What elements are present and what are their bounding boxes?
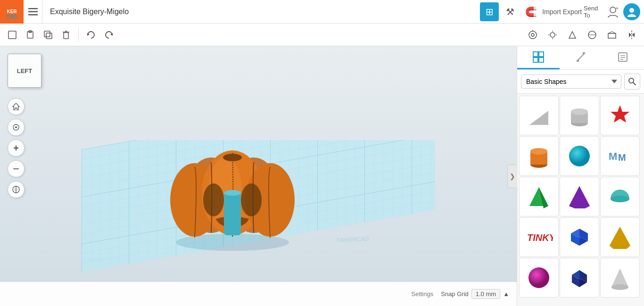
snap-icon[interactable]: ▲ bbox=[503, 290, 509, 298]
shape-sphere-teal[interactable] bbox=[560, 136, 599, 176]
svg-rect-26 bbox=[608, 33, 616, 38]
shapes-row-2 bbox=[519, 177, 642, 216]
redo-btn[interactable] bbox=[100, 26, 117, 43]
mirror-btn[interactable] bbox=[623, 26, 640, 43]
wedge-shape-icon bbox=[525, 101, 553, 130]
zoom-out-btn[interactable]: − bbox=[8, 160, 25, 177]
svg-rect-58 bbox=[619, 53, 627, 61]
home-view-btn[interactable] bbox=[8, 98, 25, 115]
grid-view-btn[interactable]: ⊞ bbox=[480, 2, 499, 21]
home-icon bbox=[12, 102, 20, 111]
shape-cube-blue[interactable] bbox=[560, 217, 599, 257]
shape-wedge[interactable] bbox=[519, 96, 559, 135]
svg-line-63 bbox=[633, 83, 636, 85]
workplane-btn[interactable] bbox=[603, 26, 620, 43]
export-btn[interactable]: Export bbox=[563, 2, 582, 21]
shapes-row-3: TINKY bbox=[519, 217, 642, 257]
svg-point-53 bbox=[223, 154, 242, 161]
toolbar bbox=[0, 24, 644, 46]
group-btn[interactable] bbox=[584, 26, 601, 43]
tab-measure[interactable] bbox=[560, 46, 602, 69]
shape-pyramid-yellow[interactable] bbox=[600, 217, 640, 257]
light-btn[interactable] bbox=[544, 26, 561, 43]
orientation-btn[interactable] bbox=[8, 181, 25, 198]
light-icon bbox=[547, 30, 558, 40]
tab-grid[interactable] bbox=[517, 46, 560, 69]
sphere-teal-icon bbox=[565, 142, 594, 170]
shape-cylinder-gray[interactable] bbox=[560, 96, 599, 135]
collapse-panel-btn[interactable]: ❯ bbox=[507, 165, 517, 188]
camera-btn[interactable] bbox=[524, 26, 541, 43]
svg-point-49 bbox=[203, 183, 224, 216]
redo-icon bbox=[104, 30, 114, 40]
shapes-row-1: M M bbox=[519, 136, 642, 176]
send-to-btn[interactable]: Send To bbox=[584, 2, 603, 21]
tab-notes[interactable] bbox=[602, 46, 644, 69]
svg-point-16 bbox=[529, 31, 537, 39]
add-user-btn[interactable]: + bbox=[604, 3, 621, 20]
svg-rect-6 bbox=[8, 31, 16, 39]
svg-point-68 bbox=[571, 108, 588, 115]
shape-pyramid-purple[interactable] bbox=[560, 177, 599, 216]
menu-icon[interactable] bbox=[24, 0, 42, 24]
svg-point-52 bbox=[224, 190, 241, 196]
shape-sphere-magenta[interactable] bbox=[519, 258, 559, 298]
clipboard-icon bbox=[25, 30, 35, 40]
cone-icon bbox=[606, 264, 634, 292]
settings-label[interactable]: Settings bbox=[411, 290, 433, 298]
user-avatar[interactable] bbox=[623, 3, 640, 20]
svg-marker-87 bbox=[610, 227, 630, 249]
view-cube[interactable]: LEFT bbox=[8, 54, 45, 91]
svg-marker-69 bbox=[611, 105, 629, 123]
viewport[interactable]: LEFT + − bbox=[0, 46, 517, 306]
pyramid-green-icon bbox=[525, 182, 553, 211]
mirror-icon bbox=[627, 30, 637, 40]
align-btn[interactable] bbox=[564, 26, 581, 43]
pumpkin-model[interactable] bbox=[143, 101, 322, 252]
shapes-category-dropdown[interactable]: Basic Shapes Letters Connectors Featured bbox=[521, 74, 621, 89]
shape-cone[interactable] bbox=[600, 258, 640, 298]
svg-point-88 bbox=[528, 267, 549, 288]
search-shapes-btn[interactable] bbox=[624, 74, 640, 90]
topbar: TIN KER CAD Exquisite Bigery-Migelo ⊞ ⚒ … bbox=[0, 0, 644, 24]
import-btn[interactable]: Import bbox=[542, 2, 561, 21]
shape-star-red[interactable] bbox=[600, 96, 640, 135]
text3d-icon: M M bbox=[606, 142, 634, 170]
grid-tab-icon bbox=[532, 51, 545, 63]
shape-box-navy[interactable] bbox=[560, 258, 599, 298]
panel-header: Basic Shapes Letters Connectors Featured bbox=[517, 70, 644, 94]
pickaxe-btn[interactable]: ⚒ bbox=[501, 2, 520, 21]
shapes-row-4 bbox=[519, 258, 642, 298]
half-sphere-teal-icon bbox=[606, 182, 634, 211]
shape-cylinder-orange[interactable] bbox=[519, 136, 559, 176]
svg-point-5 bbox=[629, 8, 634, 13]
briefcase-btn[interactable]: 🧲 bbox=[521, 2, 540, 21]
cube-face-left[interactable]: LEFT bbox=[8, 54, 41, 88]
project-title[interactable]: Exquisite Bigery-Migelo bbox=[42, 8, 480, 16]
logo[interactable]: TIN KER CAD bbox=[0, 0, 24, 24]
add-person-icon: + bbox=[606, 5, 619, 18]
svg-point-17 bbox=[531, 33, 534, 36]
svg-text:M: M bbox=[618, 152, 626, 163]
shape-pyramid-green[interactable] bbox=[519, 177, 559, 216]
new-btn[interactable] bbox=[4, 26, 21, 43]
svg-point-72 bbox=[530, 148, 547, 155]
duplicate-btn[interactable] bbox=[40, 26, 57, 43]
new-icon bbox=[7, 30, 17, 40]
shape-text-block[interactable]: TINKY bbox=[519, 217, 559, 257]
undo-btn[interactable] bbox=[83, 26, 99, 43]
svg-point-80 bbox=[611, 196, 629, 202]
fit-all-btn[interactable] bbox=[8, 119, 25, 136]
svg-rect-2 bbox=[28, 14, 38, 16]
zoom-in-btn[interactable]: + bbox=[8, 140, 25, 157]
shapes-grid: M M bbox=[517, 94, 644, 306]
fit-icon bbox=[12, 123, 20, 132]
star-red-icon bbox=[606, 101, 634, 130]
shape-text3d[interactable]: M M bbox=[600, 136, 640, 176]
svg-rect-57 bbox=[539, 58, 544, 62]
shape-half-sphere[interactable] bbox=[600, 177, 640, 216]
svg-text:M: M bbox=[609, 150, 617, 162]
clipboard-btn[interactable] bbox=[22, 26, 39, 43]
snap-value[interactable]: 1.0 mm bbox=[471, 289, 500, 299]
delete-btn[interactable] bbox=[58, 26, 74, 43]
